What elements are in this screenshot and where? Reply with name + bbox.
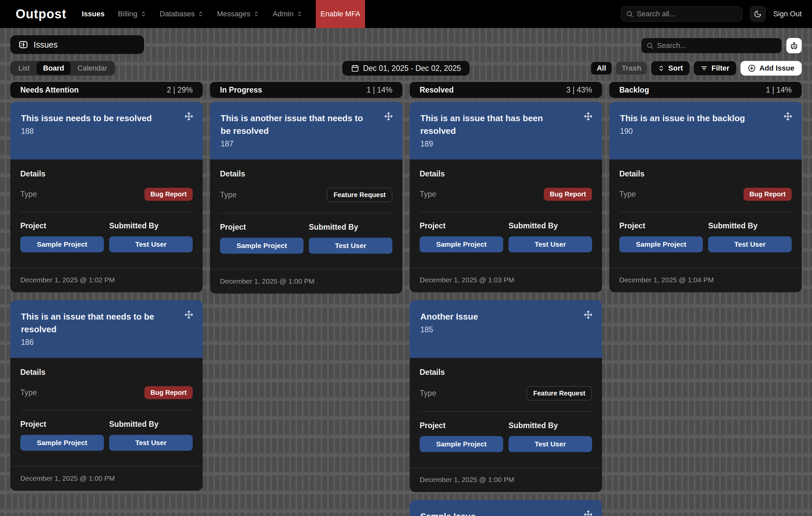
issue-card[interactable]: This issue needs to be resolved 188 Deta…	[10, 102, 203, 292]
move-icon[interactable]	[384, 112, 393, 121]
nav-item-issues[interactable]: Issues	[82, 10, 105, 18]
enable-mfa-button[interactable]: Enable MFA	[316, 0, 365, 28]
divider	[20, 211, 193, 212]
chevrons-up-down-icon	[253, 11, 259, 17]
issue-card[interactable]: Sample Issue	[410, 500, 602, 516]
issues-search-input[interactable]	[657, 41, 777, 50]
submitted-by-label: Submitted By	[509, 421, 592, 430]
project-button[interactable]: Sample Project	[20, 435, 104, 451]
issue-card-body: Details Type Bug Report Project Sample P…	[410, 160, 602, 292]
move-icon[interactable]	[184, 310, 193, 319]
add-issue-button[interactable]: Add Issue	[741, 61, 802, 76]
ai-assistant-button[interactable]	[786, 38, 802, 53]
move-icon[interactable]	[584, 310, 593, 319]
issue-number: 188	[21, 127, 192, 136]
type-badge: Feature Request	[526, 386, 592, 400]
global-search-input[interactable]	[637, 10, 737, 18]
move-icon[interactable]	[584, 112, 593, 121]
move-icon[interactable]	[783, 112, 792, 121]
sign-out-link[interactable]: Sign Out	[773, 10, 802, 18]
project-button[interactable]: Sample Project	[220, 238, 303, 254]
plus-circle-icon	[748, 64, 756, 72]
panel-search-group	[641, 37, 802, 54]
issue-title: This issue needs to be resolved	[21, 112, 192, 124]
nav-item-admin[interactable]: Admin	[272, 10, 302, 18]
project-label: Project	[20, 221, 104, 230]
issue-card-header: This issue needs to be resolved 188	[10, 102, 203, 160]
project-button[interactable]: Sample Project	[20, 236, 104, 252]
issue-card-footer: December 1, 2025 @ 1:04 PM	[609, 268, 802, 292]
issue-card[interactable]: This is another issue that needs to be r…	[210, 102, 402, 294]
issue-card[interactable]: This is an issue in the backlog 190 Deta…	[609, 102, 802, 292]
nav-menu: Issues Billing Databases Messages Admin	[82, 10, 302, 18]
issue-timestamp: December 1, 2025 @ 1:02 PM	[20, 276, 115, 284]
move-icon[interactable]	[184, 112, 193, 121]
project-button[interactable]: Sample Project	[419, 436, 503, 452]
page-title-pill: Issues	[10, 35, 144, 54]
filter-button[interactable]: Filter	[694, 61, 736, 75]
submitted-by-label: Submitted By	[509, 221, 592, 230]
nav-item-databases[interactable]: Databases	[160, 10, 204, 18]
issue-title: This is another issue that needs to be r…	[221, 112, 392, 137]
column-title: Resolved	[419, 86, 454, 94]
filter-lines-icon	[700, 64, 708, 72]
move-icon[interactable]	[584, 510, 593, 516]
header-row: Issues	[0, 28, 812, 54]
column-stat: 2 | 29%	[167, 86, 193, 94]
issue-title: Another Issue	[420, 310, 591, 323]
theme-toggle-button[interactable]	[750, 6, 766, 22]
search-icon	[646, 42, 654, 49]
column-header: In Progress 1 | 14%	[210, 82, 402, 98]
project-button[interactable]: Sample Project	[619, 236, 703, 252]
project-button[interactable]: Sample Project	[419, 236, 503, 252]
issue-card-footer: December 1, 2025 @ 1:00 PM	[210, 269, 402, 294]
column-needs-attention: Needs Attention 2 | 29% This issue needs…	[10, 82, 203, 499]
view-tab-board[interactable]: Board	[37, 62, 70, 75]
column-header: Backlog 1 | 14%	[609, 82, 802, 98]
type-label: Type	[419, 389, 436, 398]
view-tab-list[interactable]: List	[12, 62, 36, 75]
chevrons-up-down-icon	[296, 11, 302, 17]
divider	[419, 211, 592, 212]
issue-timestamp: December 1, 2025 @ 1:00 PM	[419, 476, 514, 483]
submitted-by-button[interactable]: Test User	[109, 236, 193, 252]
submitted-by-button[interactable]: Test User	[109, 435, 193, 451]
search-icon	[626, 10, 633, 18]
project-label: Project	[419, 421, 503, 430]
column-in-progress: In Progress 1 | 14% This is another issu…	[210, 82, 402, 302]
column-stat: 3 | 43%	[566, 86, 592, 94]
issues-search-box[interactable]	[641, 38, 782, 53]
submitted-by-button[interactable]: Test User	[509, 236, 592, 252]
submitted-by-button[interactable]: Test User	[509, 436, 592, 452]
issue-card-header: This is an issue that needs to be resolv…	[10, 300, 203, 358]
issue-card-body: Details Type Bug Report Project Sample P…	[10, 358, 203, 491]
issue-card-footer: December 1, 2025 @ 1:00 PM	[10, 466, 203, 491]
project-label: Project	[619, 221, 703, 230]
issue-card-body: Details Type Bug Report Project Sample P…	[10, 160, 203, 292]
toolbar-row: List Board Calendar Dec 01, 2025 - Dec 0…	[0, 61, 812, 76]
scope-trash-button[interactable]: Trash	[616, 62, 647, 75]
issue-card[interactable]: This is an issue that has been resolved …	[410, 102, 602, 292]
divider	[220, 213, 393, 213]
issue-card[interactable]: Another Issue 185 Details Type Feature R…	[410, 300, 602, 492]
type-label: Type	[20, 190, 37, 199]
type-label: Type	[220, 191, 237, 199]
issue-number: 186	[21, 338, 192, 347]
date-range-picker[interactable]: Dec 01, 2025 - Dec 02, 2025	[343, 61, 469, 76]
global-search-box[interactable]	[621, 6, 743, 22]
submitted-by-button[interactable]: Test User	[309, 238, 393, 254]
submitted-by-label: Submitted By	[309, 223, 393, 232]
issue-card-header: This is an issue that has been resolved …	[410, 102, 602, 160]
issue-card[interactable]: This is an issue that needs to be resolv…	[10, 300, 203, 491]
brand-logo[interactable]: Outpost	[16, 7, 66, 21]
main-content: Issues List Board Calendar	[0, 28, 812, 516]
issue-title: Sample Issue	[420, 510, 591, 516]
submitted-by-button[interactable]: Test User	[708, 236, 792, 252]
sort-button[interactable]: Sort	[651, 61, 690, 75]
nav-item-billing[interactable]: Billing	[118, 10, 146, 18]
type-label: Type	[419, 190, 436, 199]
scope-all-button[interactable]: All	[591, 62, 612, 75]
nav-item-messages[interactable]: Messages	[217, 10, 259, 18]
view-tab-calendar[interactable]: Calendar	[71, 62, 114, 75]
robot-icon	[790, 41, 799, 50]
